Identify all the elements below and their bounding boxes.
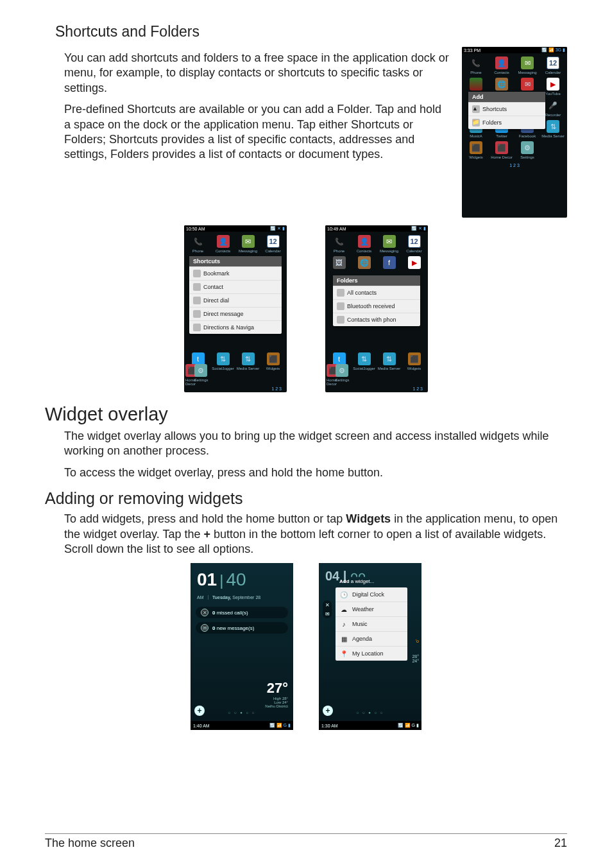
app-tile[interactable]: 12Calendar <box>540 55 566 76</box>
popup-item-folders[interactable]: 📁Folders <box>468 116 545 129</box>
bg-fragment: 'o <box>416 639 419 643</box>
popup-header: Folders <box>333 275 420 286</box>
weather-icon: ☁ <box>339 605 348 614</box>
music-icon: ♪ <box>339 620 348 629</box>
widget-item[interactable]: ▦Agenda <box>336 631 407 646</box>
footer-page: 21 <box>554 837 567 850</box>
bluetooth-icon <box>337 302 344 310</box>
widget-item[interactable]: ☁Weather <box>336 602 407 616</box>
contacts-icon <box>337 316 344 324</box>
app-tile[interactable]: 👤Contacts <box>489 55 514 76</box>
popup-header: Add <box>468 92 545 102</box>
app-tile[interactable]: ⬛Widgets <box>402 351 427 372</box>
status-icons: 🔃 📶 G ▮ <box>398 723 419 728</box>
screenshot-folders: 10:49 AM🔃 ✕ ▮ 📞Phone 👤Contacts ✉Messagin… <box>325 225 428 392</box>
app-tile[interactable]: ⚙Settings <box>194 362 203 387</box>
paragraph: The widget overlay allows you to bring u… <box>64 429 567 459</box>
app-tile[interactable]: 12Calendar <box>260 233 285 254</box>
status-icons: 🔃 ✕ ▮ <box>411 226 426 231</box>
missed-calls-pill[interactable]: ✕ 0 missed call(s) <box>196 607 288 618</box>
folders-popup: Folders All contacts Bluetooth received … <box>333 275 420 326</box>
shortcuts-popup: Shortcuts Bookmark Contact Direct dial D… <box>189 256 282 334</box>
clock-ampm: AM <box>197 595 208 600</box>
new-messages-pill[interactable]: ✉ 0 new message(s) <box>196 622 288 634</box>
popup-item[interactable]: All contacts <box>333 286 420 299</box>
popup-item[interactable]: Bluetooth received <box>333 299 420 313</box>
app-tile[interactable]: 🖼 <box>327 254 352 272</box>
status-time: 1:40 AM <box>193 724 210 728</box>
app-tile[interactable]: 12Calendar <box>402 233 427 254</box>
add-popup: Add ▲Shortcuts 📁Folders <box>468 92 545 129</box>
status-time: 10:50 AM <box>186 227 205 231</box>
clock-sep: | <box>219 571 223 589</box>
clock-minute: 40 <box>226 569 246 590</box>
pager-dots: ○ ○ ● ○ ○ <box>228 711 256 715</box>
app-tile[interactable]: 📞Phone <box>185 233 210 254</box>
app-tile[interactable]: ⬛Home Decor <box>489 139 514 161</box>
bg-weather-fragment: 28°24° <box>412 654 419 663</box>
app-tile[interactable]: ✉Messaging <box>377 233 402 254</box>
widget-item[interactable]: 📍My Location <box>336 646 407 661</box>
agenda-icon: ▦ <box>339 634 348 643</box>
app-tile[interactable]: ⚙Settings <box>514 139 540 161</box>
pager-dots: 1 2 3 <box>270 385 283 392</box>
side-pills: ✕✉ <box>323 600 332 618</box>
status-icons: 🔃 📶 3G ▮ <box>541 48 565 53</box>
app-tile[interactable]: ⇅Media Server <box>377 351 402 372</box>
app-tile[interactable]: ▶ <box>402 254 427 272</box>
screenshot-add-widget: 04 | ᴖᴖ Add a widget... ✕✉ 🕒Digital Cloc… <box>319 563 421 730</box>
app-tile[interactable]: f <box>377 254 402 272</box>
status-time: 3:33 PM <box>464 48 480 53</box>
popup-item[interactable]: Directions & Naviga <box>189 320 282 334</box>
app-tile[interactable]: ⬛Widgets <box>260 351 285 372</box>
status-time: 10:49 AM <box>327 227 346 231</box>
app-tile[interactable]: 👤Contacts <box>210 233 235 254</box>
add-widget-button[interactable]: + <box>194 706 205 716</box>
app-tile[interactable]: 🌐 <box>352 254 377 272</box>
directions-icon <box>193 324 201 331</box>
app-tile[interactable]: ✉Messaging <box>514 55 540 76</box>
status-icons: 🔃 📶 G ▮ <box>269 723 291 728</box>
clock-icon: 🕒 <box>339 590 348 599</box>
popup-item[interactable]: Direct dial <box>189 293 282 307</box>
app-tile[interactable]: ⬛Home Decor <box>327 362 336 387</box>
app-tile[interactable]: ⇅Media Server <box>235 351 260 372</box>
dial-icon <box>193 297 201 304</box>
app-tile[interactable]: 👤Contacts <box>352 233 377 254</box>
widget-item[interactable]: ♪Music <box>336 616 407 631</box>
weather-widget[interactable]: 27° High 28° Low 24° Neihu District <box>265 680 288 708</box>
widget-item[interactable]: 🕒Digital Clock <box>336 587 407 602</box>
paragraph: You can add shortcuts and folders to a f… <box>64 51 449 96</box>
app-tile[interactable]: 📞Phone <box>327 233 352 254</box>
clock-hour: 01 <box>197 569 217 590</box>
up-icon: ▲ <box>472 105 480 113</box>
popup-item[interactable]: Contacts with phon <box>333 313 420 326</box>
heading-adding-widgets: Adding or removing widgets <box>45 489 567 508</box>
popup-item[interactable]: Direct message <box>189 307 282 320</box>
app-tile[interactable]: ⬛Widgets <box>463 139 489 161</box>
widget-list: 🕒Digital Clock ☁Weather ♪Music ▦Agenda 📍… <box>336 587 407 661</box>
app-tile[interactable]: ✉Messaging <box>235 233 260 254</box>
add-widget-button[interactable]: + <box>323 706 333 716</box>
app-tile[interactable]: ⬛Home Decor <box>185 362 194 387</box>
popup-header: Shortcuts <box>189 256 282 266</box>
popup-item[interactable]: Contact <box>189 280 282 293</box>
app-tile[interactable]: 📞Phone <box>463 55 489 76</box>
app-tile[interactable]: ⚙Settings <box>336 362 344 387</box>
popup-item[interactable]: Bookmark <box>189 266 282 280</box>
pager-dots: ○ ○ ● ○ ○ <box>357 711 384 715</box>
paragraph: To add widgets, press and hold the home … <box>64 512 567 557</box>
status-time: 1:30 AM <box>321 724 338 728</box>
clock-date: Tuesday, September 28 <box>211 595 260 600</box>
message-icon <box>193 310 201 318</box>
paragraph: To access the widget overlay, press and … <box>64 465 567 480</box>
heading-widget-overlay: Widget overlay <box>45 404 567 425</box>
popup-item-shortcuts[interactable]: ▲Shortcuts <box>468 102 545 116</box>
heading-shortcuts: Shortcuts and Folders <box>55 23 567 40</box>
screenshot-add-menu: 3:33 PM 🔃 📶 3G ▮ 📞Phone 👤Contacts ✉Messa… <box>462 47 567 218</box>
status-icons: 🔃 ✕ ▮ <box>270 226 285 231</box>
pager-dots: 1 2 3 <box>411 385 424 392</box>
location-icon: 📍 <box>339 649 348 658</box>
bookmark-icon <box>193 270 201 277</box>
contact-icon <box>193 283 201 291</box>
